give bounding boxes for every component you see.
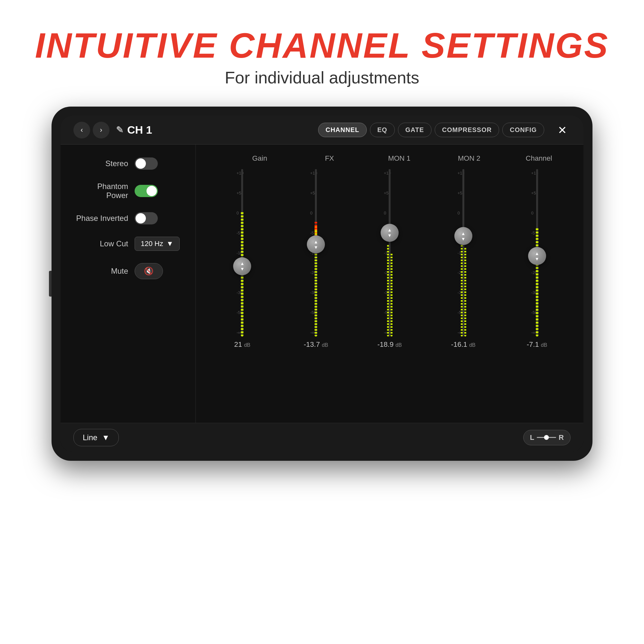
fader-channel-rail: ▲ ▼: [536, 169, 538, 336]
pan-dot: [544, 435, 549, 440]
page-header: INTUITIVE CHANNEL SETTINGS For individua…: [35, 26, 609, 87]
mute-icon: 🔇: [144, 267, 154, 276]
fader-header-channel: Channel: [513, 154, 565, 163]
fader-mon2-level-right: [464, 248, 466, 336]
fader-mon2-level-left: [461, 239, 463, 336]
fader-headers: Gain FX MON 1 MON 2 Channel: [205, 151, 574, 166]
fader-channel: +10 +5 0 -5 -10 -20 -30 -50 -∞: [511, 169, 563, 349]
right-panel: Gain FX MON 1 MON 2 Channel +10 +5: [196, 145, 583, 423]
tablet-device: ‹ › ✎ CH 1 CHANNEL EQ GATE COMPRESSOR CO…: [52, 107, 592, 461]
stereo-control: Stereo: [73, 157, 183, 170]
handle-down-icon: ▼: [535, 257, 539, 261]
fader-channel-handle[interactable]: ▲ ▼: [528, 247, 546, 265]
handle-down-icon: ▼: [461, 237, 466, 241]
fader-mon2-value: -16.1 dB: [451, 340, 476, 349]
sub-title: For individual adjustments: [35, 68, 609, 87]
fader-fx-level-red: [315, 221, 317, 229]
fader-fx-rail: ▲ ▼: [315, 169, 317, 336]
fader-gain-value: 21 dB: [234, 340, 250, 349]
phantom-label: Phantom Power: [73, 182, 128, 200]
mute-label: Mute: [73, 267, 128, 276]
prev-channel-button[interactable]: ‹: [73, 122, 90, 138]
fader-fx: +10 +5 0 -5 -10 -20 -30 -50 -∞: [290, 169, 342, 349]
tab-eq[interactable]: EQ: [370, 123, 395, 137]
handle-down-icon: ▼: [314, 245, 318, 250]
tablet-side-button: [49, 271, 52, 297]
fader-mon1-value: -18.9 dB: [377, 340, 402, 349]
fader-mon1-track: +10 +5 0 -5 -10 -20 -30 -50 -∞: [377, 169, 403, 336]
mute-button[interactable]: 🔇: [135, 263, 163, 279]
left-panel: Stereo Phantom Power Phase Inverted: [61, 145, 196, 423]
tab-channel[interactable]: CHANNEL: [318, 123, 367, 137]
fader-gain: +10 +5 0 -5 -10 -20 -30 -50 -∞: [216, 169, 268, 349]
tab-config[interactable]: CONFIG: [502, 123, 544, 137]
nav-bar: ‹ › ✎ CH 1 CHANNEL EQ GATE COMPRESSOR CO…: [61, 116, 583, 145]
pan-line: [537, 437, 556, 438]
tablet-screen: ‹ › ✎ CH 1 CHANNEL EQ GATE COMPRESSOR CO…: [61, 116, 583, 452]
fader-header-gain: Gain: [234, 154, 285, 163]
fader-mon2-track: +10 +5 0 -5 -10 -20 -30 -50 -∞: [450, 169, 476, 336]
fader-gain-track: +10 +5 0 -5 -10 -20 -30 -50 -∞: [229, 169, 255, 336]
tab-gate[interactable]: GATE: [398, 123, 431, 137]
next-channel-button[interactable]: ›: [93, 122, 109, 138]
low-cut-control: Low Cut 120 Hz ▼: [73, 237, 183, 251]
pan-control[interactable]: L R: [523, 430, 571, 445]
handle-down-icon: ▼: [240, 267, 244, 271]
fader-header-mon1: MON 1: [374, 154, 425, 163]
low-cut-dropdown[interactable]: 120 Hz ▼: [135, 237, 180, 251]
faders-row: +10 +5 0 -5 -10 -20 -30 -50 -∞: [205, 166, 574, 416]
fader-channel-value: -7.1 dB: [527, 340, 547, 349]
handle-up-icon: ▲: [314, 240, 318, 244]
tab-group: CHANNEL EQ GATE COMPRESSOR CONFIG: [318, 123, 544, 137]
fader-mon1: +10 +5 0 -5 -10 -20 -30 -50 -∞: [364, 169, 415, 349]
low-cut-arrow-icon: ▼: [166, 240, 174, 248]
input-type-value: Line: [83, 433, 97, 442]
channel-name-label: CH 1: [127, 124, 152, 136]
fader-channel-track: +10 +5 0 -5 -10 -20 -30 -50 -∞: [524, 169, 550, 336]
fader-mon1-level-right: [391, 253, 393, 336]
phase-toggle[interactable]: [135, 212, 158, 224]
fader-gain-rail: ▲ ▼: [241, 169, 243, 336]
stereo-toggle-knob: [136, 158, 146, 169]
mute-control: Mute 🔇: [73, 263, 183, 279]
phase-label: Phase Inverted: [73, 214, 128, 223]
phantom-toggle-knob: [147, 186, 157, 196]
fader-header-fx: FX: [304, 154, 355, 163]
fader-fx-handle[interactable]: ▲ ▼: [307, 235, 325, 253]
phase-toggle-knob: [136, 213, 146, 223]
fader-mon1-level-left: [387, 244, 389, 336]
input-type-dropdown[interactable]: Line ▼: [73, 429, 119, 446]
handle-up-icon: ▲: [240, 261, 244, 266]
close-button[interactable]: ✕: [554, 122, 571, 138]
input-type-arrow-icon: ▼: [102, 433, 109, 442]
fader-fx-value: -13.7 dB: [304, 340, 328, 349]
stereo-toggle[interactable]: [135, 157, 158, 170]
phantom-control: Phantom Power: [73, 182, 183, 200]
channel-name: ✎ CH 1: [116, 124, 152, 136]
phantom-toggle[interactable]: [135, 185, 158, 197]
handle-down-icon: ▼: [387, 233, 392, 238]
fader-mon1-handle[interactable]: ▲ ▼: [381, 224, 399, 242]
pan-label-l: L: [530, 433, 534, 442]
fader-header-mon2: MON 2: [443, 154, 495, 163]
handle-up-icon: ▲: [461, 231, 466, 236]
tab-compressor[interactable]: COMPRESSOR: [435, 123, 499, 137]
fader-mon2: +10 +5 0 -5 -10 -20 -30 -50 -∞: [438, 169, 489, 349]
fader-channel-level: [536, 228, 538, 336]
fader-mon2-rail: ▲ ▼: [462, 169, 464, 336]
content-area: Stereo Phantom Power Phase Inverted: [61, 145, 583, 423]
fader-mon2-handle[interactable]: ▲ ▼: [454, 227, 472, 245]
edit-icon[interactable]: ✎: [116, 125, 123, 135]
fader-gain-handle[interactable]: ▲ ▼: [233, 257, 251, 275]
phase-control: Phase Inverted: [73, 212, 183, 224]
pan-label-r: R: [559, 433, 564, 442]
handle-up-icon: ▲: [535, 251, 539, 256]
low-cut-label: Low Cut: [73, 239, 128, 248]
stereo-label: Stereo: [73, 159, 128, 168]
main-title: INTUITIVE CHANNEL SETTINGS: [35, 26, 609, 65]
fader-fx-track: +10 +5 0 -5 -10 -20 -30 -50 -∞: [303, 169, 329, 336]
low-cut-value: 120 Hz: [141, 240, 163, 248]
nav-arrows: ‹ ›: [73, 122, 109, 138]
handle-up-icon: ▲: [387, 228, 392, 232]
fader-mon1-rail: ▲ ▼: [389, 169, 391, 336]
